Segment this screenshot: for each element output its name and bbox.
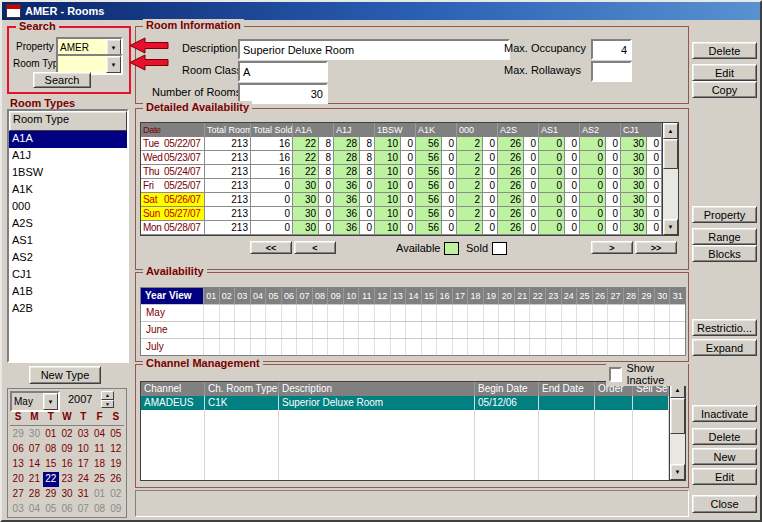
calendar-day[interactable]: 19 [108, 457, 124, 472]
room-type-item[interactable]: A2B [9, 301, 127, 318]
page-prev-button[interactable]: < [294, 241, 336, 254]
av-cell[interactable] [623, 322, 639, 338]
calendar-day[interactable]: 03 [75, 427, 91, 442]
av-cell[interactable] [498, 305, 514, 321]
av-cell[interactable] [421, 339, 437, 355]
calendar-month-dropdown-icon[interactable]: ▼ [43, 393, 58, 410]
copy-room-button[interactable]: Copy [692, 81, 757, 98]
av-cell[interactable] [561, 339, 577, 355]
av-cell[interactable] [529, 322, 545, 338]
av-cell[interactable] [638, 305, 654, 321]
av-cell[interactable] [483, 339, 499, 355]
show-inactive-checkbox[interactable]: Show Inactive [606, 362, 688, 386]
av-cell[interactable] [576, 305, 592, 321]
calendar-day[interactable]: 24 [75, 472, 91, 487]
av-cell[interactable] [374, 305, 390, 321]
av-cell[interactable] [607, 305, 623, 321]
av-cell[interactable] [234, 339, 250, 355]
edit-room-button[interactable]: Edit [692, 64, 757, 81]
page-first-button[interactable]: << [250, 241, 292, 254]
av-cell[interactable] [265, 339, 281, 355]
calendar-day[interactable]: 06 [59, 502, 75, 517]
calendar-day[interactable]: 09 [108, 502, 124, 517]
page-next-button[interactable]: > [591, 241, 633, 254]
calendar-day[interactable]: 03 [10, 502, 26, 517]
av-cell[interactable] [203, 339, 219, 355]
calendar-day[interactable]: 12 [108, 442, 124, 457]
calendar-day[interactable]: 01 [43, 427, 59, 442]
av-cell[interactable] [312, 322, 328, 338]
av-cell[interactable] [374, 339, 390, 355]
range-button[interactable]: Range [692, 228, 757, 245]
av-cell[interactable] [250, 339, 266, 355]
av-cell[interactable] [219, 322, 235, 338]
da-row[interactable]: Sun05/27/072130300360100560202600000300 [141, 207, 662, 221]
new-type-button[interactable]: New Type [29, 366, 101, 384]
delete-room-button[interactable]: Delete [692, 42, 757, 59]
av-cell[interactable] [390, 305, 406, 321]
av-cell[interactable] [452, 339, 468, 355]
calendar-day[interactable]: 31 [75, 487, 91, 502]
calendar-day[interactable]: 21 [26, 472, 42, 487]
max-occupancy-input[interactable]: 4 [591, 39, 632, 60]
spinner-up-icon[interactable]: ▲ [101, 391, 114, 400]
av-cell[interactable] [592, 322, 608, 338]
calendar-day[interactable]: 11 [91, 442, 107, 457]
restrictions-button[interactable]: Restrictio... [692, 319, 757, 336]
calendar-day[interactable]: 07 [75, 502, 91, 517]
room-type-item[interactable]: 1BSW [9, 165, 127, 182]
av-cell[interactable] [669, 339, 685, 355]
da-scrollbar[interactable]: ▲ ▼ [662, 123, 678, 235]
new-channel-button[interactable]: New [692, 448, 757, 465]
scroll-up-icon[interactable]: ▲ [663, 123, 678, 139]
av-cell[interactable] [265, 305, 281, 321]
av-cell[interactable] [374, 322, 390, 338]
av-cell[interactable] [607, 322, 623, 338]
calendar-year-spinner[interactable]: ▲ ▼ [101, 391, 114, 408]
calendar-day[interactable]: 08 [43, 442, 59, 457]
room-type-item[interactable]: A1J [9, 148, 127, 165]
room-type-item[interactable]: 000 [9, 199, 127, 216]
av-cell[interactable] [436, 339, 452, 355]
da-row[interactable]: Tue05/22/0721316228288100560202600000300 [141, 137, 662, 151]
year-view-header[interactable]: Year View [141, 288, 203, 304]
av-cell[interactable] [327, 322, 343, 338]
av-cell[interactable] [592, 305, 608, 321]
av-cell[interactable] [529, 305, 545, 321]
da-row[interactable]: Mon05/28/072130300360100560202600000300 [141, 221, 662, 235]
calendar-day[interactable]: 02 [108, 487, 124, 502]
calendar-day[interactable]: 09 [59, 442, 75, 457]
av-cell[interactable] [654, 339, 670, 355]
cm-scrollbar[interactable]: ▲ ▼ [669, 382, 685, 480]
room-type-item[interactable]: AS2 [9, 250, 127, 267]
page-last-button[interactable]: >> [635, 241, 677, 254]
av-cell[interactable] [281, 322, 297, 338]
cm-scroll-track[interactable] [670, 398, 685, 464]
checkbox-icon[interactable] [609, 367, 622, 382]
av-cell[interactable] [545, 339, 561, 355]
av-cell[interactable] [327, 339, 343, 355]
room-type-item[interactable]: AS1 [9, 233, 127, 250]
av-cell[interactable] [638, 322, 654, 338]
calendar-day[interactable]: 05 [43, 502, 59, 517]
av-cell[interactable] [343, 339, 359, 355]
calendar-day[interactable]: 04 [91, 427, 107, 442]
av-cell[interactable] [390, 322, 406, 338]
av-cell[interactable] [654, 322, 670, 338]
calendar-day[interactable]: 25 [91, 472, 107, 487]
av-cell[interactable] [296, 305, 312, 321]
calendar-day[interactable]: 23 [59, 472, 75, 487]
calendar-day[interactable]: 14 [26, 457, 42, 472]
room-type-item[interactable]: CJ1 [9, 267, 127, 284]
av-cell[interactable] [452, 322, 468, 338]
av-cell[interactable] [436, 305, 452, 321]
spinner-down-icon[interactable]: ▼ [101, 400, 114, 409]
description-input[interactable]: Superior Deluxe Room [238, 39, 510, 60]
av-cell[interactable] [219, 305, 235, 321]
av-cell[interactable] [343, 322, 359, 338]
av-cell[interactable] [623, 305, 639, 321]
av-cell[interactable] [421, 305, 437, 321]
av-cell[interactable] [296, 339, 312, 355]
edit-channel-button[interactable]: Edit [692, 468, 757, 485]
av-cell[interactable] [312, 305, 328, 321]
